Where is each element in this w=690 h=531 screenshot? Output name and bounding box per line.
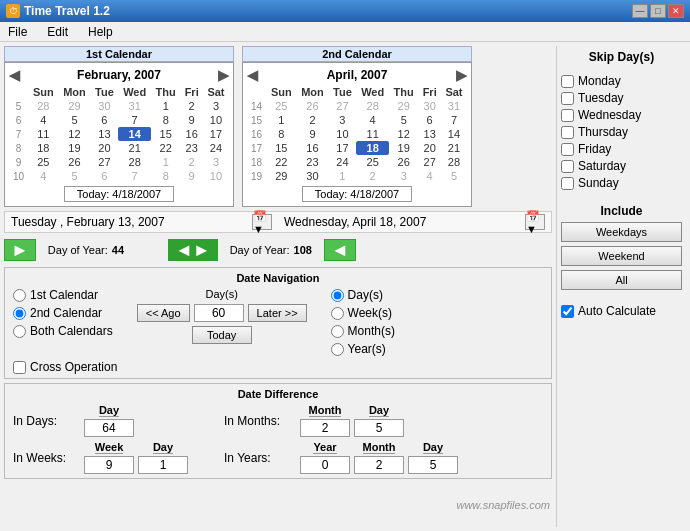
radio-1st-cal[interactable]: 1st Calendar bbox=[13, 288, 113, 302]
cal2-date-icon[interactable]: 📅▼ bbox=[525, 214, 545, 230]
table-row[interactable]: 11 bbox=[28, 127, 58, 141]
skip-monday-cb[interactable] bbox=[561, 75, 574, 88]
table-row[interactable]: 15 bbox=[266, 141, 296, 155]
table-row[interactable]: 5 bbox=[389, 113, 418, 127]
table-row[interactable]: 28 bbox=[441, 155, 467, 169]
maximize-button[interactable]: □ bbox=[650, 4, 666, 18]
table-row[interactable]: 14 bbox=[441, 127, 467, 141]
radio-months[interactable]: Month(s) bbox=[331, 324, 395, 338]
weekend-button[interactable]: Weekend bbox=[561, 246, 682, 266]
table-row[interactable]: 23 bbox=[296, 155, 328, 169]
table-row[interactable]: 25 bbox=[356, 155, 389, 169]
table-row[interactable]: 19 bbox=[58, 141, 90, 155]
skip-saturday-cb[interactable] bbox=[561, 160, 574, 173]
table-row[interactable]: 3 bbox=[389, 169, 418, 183]
skip-friday-cb[interactable] bbox=[561, 143, 574, 156]
cal1-next[interactable]: ▶ bbox=[218, 67, 229, 83]
in-years-year-input[interactable] bbox=[300, 456, 350, 474]
table-row[interactable]: 7 bbox=[118, 169, 151, 183]
table-row[interactable]: 21 bbox=[441, 141, 467, 155]
table-row[interactable]: 4 bbox=[418, 169, 441, 183]
table-row[interactable]: 27 bbox=[329, 99, 357, 113]
table-row[interactable]: 8 bbox=[266, 127, 296, 141]
close-button[interactable]: ✕ bbox=[668, 4, 684, 18]
table-row[interactable]: 8 bbox=[151, 113, 180, 127]
today-button[interactable]: Today bbox=[192, 326, 252, 344]
minimize-button[interactable]: — bbox=[632, 4, 648, 18]
table-row[interactable]: 3 bbox=[203, 99, 229, 113]
table-row[interactable]: 19 bbox=[389, 141, 418, 155]
table-row[interactable]: 21 bbox=[118, 141, 151, 155]
table-row[interactable]: 2 bbox=[180, 155, 203, 169]
all-button[interactable]: All bbox=[561, 270, 682, 290]
table-row[interactable]: 22 bbox=[151, 141, 180, 155]
radio-2nd-cal-input[interactable] bbox=[13, 307, 26, 320]
table-row[interactable]: 10 bbox=[329, 127, 357, 141]
table-row[interactable]: 1 bbox=[151, 155, 180, 169]
table-row[interactable]: 31 bbox=[118, 99, 151, 113]
skip-sunday-cb[interactable] bbox=[561, 177, 574, 190]
table-row[interactable]: 18 bbox=[28, 141, 58, 155]
radio-both-cal-input[interactable] bbox=[13, 325, 26, 338]
table-row[interactable]: 5 bbox=[441, 169, 467, 183]
cal1-prev[interactable]: ◀ bbox=[9, 67, 20, 83]
table-row[interactable]: 5 bbox=[58, 169, 90, 183]
table-row[interactable]: 1 bbox=[329, 169, 357, 183]
weekdays-button[interactable]: Weekdays bbox=[561, 222, 682, 242]
ago-button[interactable]: << Ago bbox=[137, 304, 190, 322]
table-row[interactable]: 1 bbox=[151, 99, 180, 113]
in-weeks-week-input[interactable] bbox=[84, 456, 134, 474]
table-row[interactable]: 25 bbox=[266, 99, 296, 113]
table-row[interactable]: 16 bbox=[180, 127, 203, 141]
table-row[interactable]: 2 bbox=[356, 169, 389, 183]
table-row[interactable]: 3 bbox=[203, 155, 229, 169]
table-row[interactable]: 25 bbox=[28, 155, 58, 169]
table-row[interactable]: 30 bbox=[296, 169, 328, 183]
cal2-next[interactable]: ▶ bbox=[456, 67, 467, 83]
skip-wednesday[interactable]: Wednesday bbox=[561, 108, 682, 122]
table-row[interactable]: 27 bbox=[91, 155, 119, 169]
table-row[interactable]: 7 bbox=[118, 113, 151, 127]
cross-op-checkbox[interactable] bbox=[13, 361, 26, 374]
table-row[interactable]: 6 bbox=[91, 169, 119, 183]
skip-friday[interactable]: Friday bbox=[561, 142, 682, 156]
skip-monday[interactable]: Monday bbox=[561, 74, 682, 88]
table-row[interactable]: 29 bbox=[389, 99, 418, 113]
table-row[interactable]: 18 bbox=[356, 141, 389, 155]
table-row[interactable]: 26 bbox=[296, 99, 328, 113]
table-row[interactable]: 28 bbox=[356, 99, 389, 113]
table-row[interactable]: 9 bbox=[180, 113, 203, 127]
table-row[interactable]: 26 bbox=[58, 155, 90, 169]
menu-file[interactable]: File bbox=[4, 24, 31, 40]
table-row[interactable]: 4 bbox=[28, 169, 58, 183]
days-value-input[interactable] bbox=[194, 304, 244, 322]
table-row[interactable]: 7 bbox=[441, 113, 467, 127]
cal1-date-icon[interactable]: 📅▼ bbox=[252, 214, 272, 230]
skip-tuesday-cb[interactable] bbox=[561, 92, 574, 105]
cross-op-check[interactable]: Cross Operation bbox=[13, 360, 543, 374]
table-row[interactable]: 27 bbox=[418, 155, 441, 169]
menu-edit[interactable]: Edit bbox=[43, 24, 72, 40]
table-row[interactable]: 29 bbox=[266, 169, 296, 183]
table-row[interactable]: 31 bbox=[441, 99, 467, 113]
skip-thursday[interactable]: Thursday bbox=[561, 125, 682, 139]
in-months-month-input[interactable] bbox=[300, 419, 350, 437]
table-row[interactable]: 2 bbox=[180, 99, 203, 113]
table-row[interactable]: 8 bbox=[151, 169, 180, 183]
radio-both-cal[interactable]: Both Calendars bbox=[13, 324, 113, 338]
in-years-day-input[interactable] bbox=[408, 456, 458, 474]
skip-tuesday[interactable]: Tuesday bbox=[561, 91, 682, 105]
table-row[interactable]: 17 bbox=[203, 127, 229, 141]
table-row[interactable]: 9 bbox=[296, 127, 328, 141]
skip-wednesday-cb[interactable] bbox=[561, 109, 574, 122]
arrow-both[interactable]: ◄► bbox=[168, 239, 218, 261]
table-row[interactable]: 10 bbox=[203, 169, 229, 183]
table-row[interactable]: 29 bbox=[58, 99, 90, 113]
radio-1st-cal-input[interactable] bbox=[13, 289, 26, 302]
in-months-day-input[interactable] bbox=[354, 419, 404, 437]
table-row[interactable]: 30 bbox=[418, 99, 441, 113]
arrow-forward-left[interactable]: ► bbox=[4, 239, 36, 261]
table-row[interactable]: 3 bbox=[329, 113, 357, 127]
table-row[interactable]: 14 bbox=[118, 127, 151, 141]
skip-sunday[interactable]: Sunday bbox=[561, 176, 682, 190]
